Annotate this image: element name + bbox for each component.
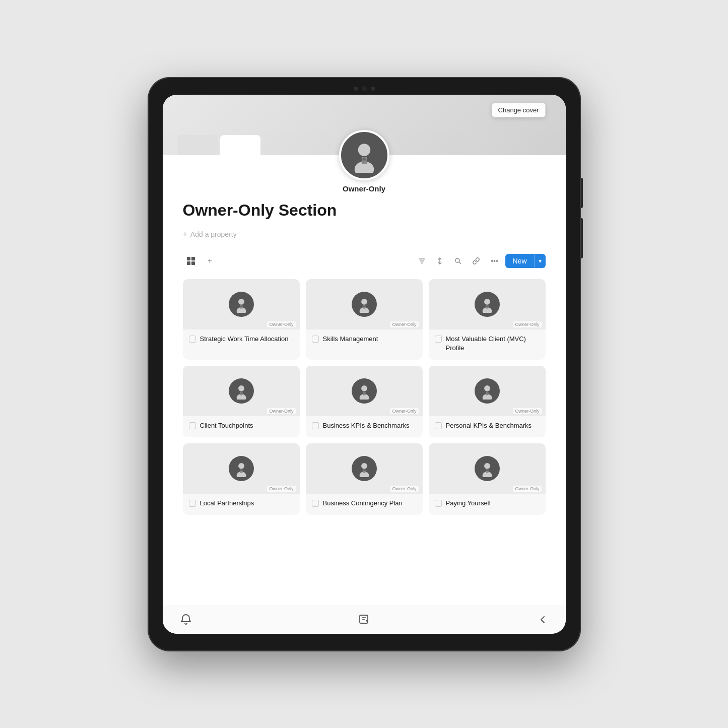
side-button-2	[581, 218, 583, 258]
cover-tab-2	[220, 135, 260, 155]
card-body: Business Contingency Plan	[306, 494, 423, 515]
card-thumb-icon	[229, 378, 254, 404]
svg-rect-6	[191, 257, 195, 260]
card-checkbox[interactable]	[312, 336, 319, 343]
card-item[interactable]: Owner-Only Client Touchpoints	[183, 366, 300, 437]
card-checkbox[interactable]	[435, 336, 442, 343]
card-body: Most Valuable Client (MVC) Profile	[429, 329, 546, 360]
search-icon[interactable]	[451, 254, 465, 268]
cards-grid: Owner-Only Strategic Work Time Allocatio…	[183, 279, 546, 515]
avatar-label: Owner-Only	[343, 184, 385, 193]
card-checkbox[interactable]	[312, 422, 319, 429]
edit-button[interactable]	[356, 612, 372, 628]
grid-view-button[interactable]	[183, 253, 199, 269]
card-person-icon	[233, 382, 250, 400]
sort-icon[interactable]	[433, 254, 447, 268]
card-person-icon	[479, 296, 496, 313]
svg-point-1	[358, 144, 370, 156]
avatar-circle[interactable]	[339, 130, 389, 180]
more-icon[interactable]: •••	[487, 254, 501, 268]
card-item[interactable]: Owner-Only Most Valuable Client (MVC) Pr…	[429, 279, 546, 360]
tablet-screen: Change cover Owner-Only Owner-Only Secti…	[163, 95, 566, 634]
svg-point-31	[238, 385, 244, 391]
card-thumb-icon	[352, 292, 377, 317]
owner-only-label: Owner-Only	[513, 408, 541, 414]
card-item[interactable]: Owner-Only Skills Management	[306, 279, 423, 360]
card-person-icon	[479, 460, 496, 477]
card-checkbox[interactable]	[189, 422, 196, 429]
cover-tabs	[178, 135, 262, 155]
card-checkbox[interactable]	[189, 500, 196, 507]
card-title: Business Contingency Plan	[323, 499, 403, 508]
card-person-icon	[356, 460, 373, 477]
card-item[interactable]: Owner-Only Paying Yourself	[429, 443, 546, 515]
back-icon	[537, 614, 549, 626]
card-thumbnail: Owner-Only	[429, 279, 546, 329]
content-area: Owner-Only Section + Add a property	[163, 201, 566, 606]
card-thumbnail: Owner-Only	[183, 366, 300, 416]
card-thumbnail: Owner-Only	[429, 366, 546, 416]
card-person-icon	[233, 460, 250, 477]
side-button-1	[581, 178, 583, 208]
card-checkbox[interactable]	[312, 500, 319, 507]
change-cover-tooltip[interactable]: Change cover	[492, 103, 546, 117]
grid-icon	[186, 256, 196, 266]
link-icon[interactable]	[469, 254, 483, 268]
card-checkbox[interactable]	[435, 500, 442, 507]
new-button-label[interactable]: New	[505, 254, 534, 268]
card-thumbnail: Owner-Only	[429, 443, 546, 494]
owner-only-label: Owner-Only	[513, 321, 541, 327]
card-person-icon	[479, 382, 496, 400]
card-body: Strategic Work Time Allocation	[183, 329, 300, 351]
svg-rect-8	[191, 261, 195, 265]
card-title: Most Valuable Client (MVC) Profile	[446, 335, 540, 353]
toolbar-right: ••• New ▾	[415, 254, 545, 268]
svg-point-13	[455, 258, 459, 262]
new-button-dropdown[interactable]: ▾	[534, 254, 546, 268]
add-view-button[interactable]: +	[203, 254, 217, 268]
link-svg	[472, 257, 480, 265]
owner-only-label: Owner-Only	[513, 486, 541, 492]
card-thumbnail: Owner-Only	[306, 279, 423, 329]
owner-only-label: Owner-Only	[390, 408, 418, 414]
filter-icon[interactable]	[415, 254, 429, 268]
back-button[interactable]	[535, 612, 551, 628]
filter-svg	[418, 257, 426, 265]
card-thumb-icon	[352, 378, 377, 404]
new-button[interactable]: New ▾	[505, 254, 545, 268]
card-thumbnail: Owner-Only	[306, 443, 423, 494]
add-property-row[interactable]: + Add a property	[183, 228, 546, 241]
svg-point-56	[484, 463, 490, 469]
card-thumb-icon	[475, 292, 500, 317]
card-title: Personal KPIs & Benchmarks	[446, 421, 532, 430]
bottom-bar	[163, 606, 566, 634]
avatar-icon	[347, 138, 382, 173]
card-item[interactable]: Owner-Only Strategic Work Time Allocatio…	[183, 279, 300, 360]
svg-point-21	[361, 298, 367, 304]
edit-icon	[358, 614, 370, 626]
card-checkbox[interactable]	[189, 336, 196, 343]
card-thumbnail: Owner-Only	[183, 443, 300, 494]
card-item[interactable]: Owner-Only Business KPIs & Benchmarks	[306, 366, 423, 437]
camera-dot-left	[354, 87, 358, 91]
toolbar: +	[183, 253, 546, 269]
owner-only-label: Owner-Only	[390, 321, 418, 327]
card-title: Paying Yourself	[446, 499, 491, 508]
card-body: Client Touchpoints	[183, 416, 300, 437]
svg-rect-5	[187, 257, 190, 260]
camera-dot-right	[371, 87, 375, 91]
sort-svg	[436, 257, 444, 265]
bell-icon	[180, 614, 192, 626]
card-thumb-icon	[352, 456, 377, 481]
bell-button[interactable]	[178, 612, 194, 628]
card-checkbox[interactable]	[435, 422, 442, 429]
card-item[interactable]: Owner-Only Personal KPIs & Benchmarks	[429, 366, 546, 437]
owner-only-label: Owner-Only	[390, 486, 418, 492]
card-body: Skills Management	[306, 329, 423, 351]
card-title: Business KPIs & Benchmarks	[323, 421, 410, 430]
card-item[interactable]: Owner-Only Business Contingency Plan	[306, 443, 423, 515]
card-title: Local Partnerships	[200, 499, 254, 508]
card-person-icon	[356, 296, 373, 313]
card-item[interactable]: Owner-Only Local Partnerships	[183, 443, 300, 515]
card-title: Client Touchpoints	[200, 421, 253, 430]
